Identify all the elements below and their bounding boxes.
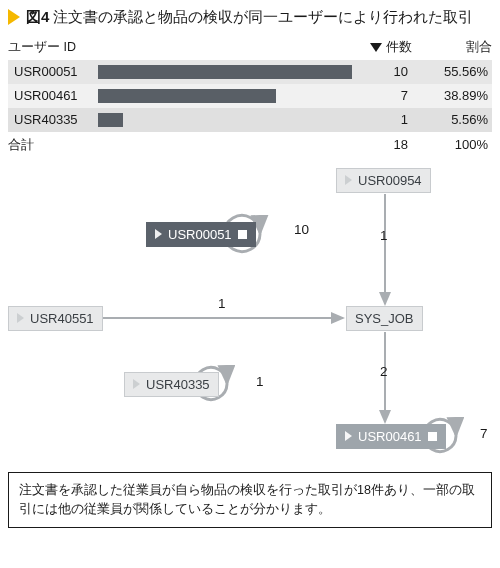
node-usr00954[interactable]: USR00954 — [336, 168, 431, 193]
node-usr40335[interactable]: USR40335 — [124, 372, 219, 397]
cell-ratio: 55.56% — [412, 64, 492, 79]
total-count: 18 — [352, 137, 412, 152]
cell-ratio: 38.89% — [412, 88, 492, 103]
edge-label: 2 — [380, 364, 388, 379]
cell-ratio: 5.56% — [412, 112, 492, 127]
cell-user: USR00051 — [8, 64, 98, 79]
stop-icon — [428, 432, 437, 441]
total-label: 合計 — [8, 136, 98, 154]
edge-label: 7 — [480, 426, 488, 441]
figure-footer-caption: 注文書を承認した従業員が自ら物品の検収を行った取引が18件あり、一部の取引には他… — [8, 472, 492, 529]
table-total-row: 合計 18 100% — [8, 132, 492, 154]
cell-count: 10 — [352, 64, 412, 79]
figure-title: 図4 注文書の承認と物品の検収が同一ユーザーにより行われた取引 — [8, 6, 492, 29]
bar — [98, 113, 123, 127]
node-label: SYS_JOB — [355, 311, 414, 326]
node-usr00051[interactable]: USR00051 — [146, 222, 256, 247]
edge-label: 1 — [218, 296, 226, 311]
col-count[interactable]: 件数 — [352, 39, 412, 56]
edge-label: 10 — [294, 222, 309, 237]
col-ratio[interactable]: 割合 — [412, 39, 492, 56]
node-label: USR00051 — [168, 227, 232, 242]
table-row: USR00461 7 38.89% — [8, 84, 492, 108]
figure-label: 図4 — [26, 8, 49, 25]
figure-marker-icon — [8, 9, 20, 25]
stop-icon — [238, 230, 247, 239]
total-ratio: 100% — [412, 137, 492, 152]
col-user[interactable]: ユーザー ID — [8, 39, 98, 56]
summary-table: ユーザー ID 件数 割合 USR00051 10 55.56% USR0046… — [8, 37, 492, 154]
play-icon — [345, 431, 352, 441]
node-usr00461[interactable]: USR00461 — [336, 424, 446, 449]
node-label: USR00461 — [358, 429, 422, 444]
node-usr40551[interactable]: USR40551 — [8, 306, 103, 331]
cell-count: 1 — [352, 112, 412, 127]
cell-user: USR00461 — [8, 88, 98, 103]
table-row: USR40335 1 5.56% — [8, 108, 492, 132]
table-row: USR00051 10 55.56% — [8, 60, 492, 84]
flow-diagram: USR00954 USR00051 USR40551 SYS_JOB USR40… — [8, 164, 492, 464]
cell-count: 7 — [352, 88, 412, 103]
bar — [98, 89, 276, 103]
sort-desc-icon — [370, 43, 382, 52]
edge-label: 1 — [380, 228, 388, 243]
play-icon — [133, 379, 140, 389]
node-label: USR40551 — [30, 311, 94, 326]
node-label: USR00954 — [358, 173, 422, 188]
cell-user: USR40335 — [8, 112, 98, 127]
figure-caption: 注文書の承認と物品の検収が同一ユーザーにより行われた取引 — [53, 8, 473, 25]
node-label: USR40335 — [146, 377, 210, 392]
play-icon — [345, 175, 352, 185]
node-sysjob[interactable]: SYS_JOB — [346, 306, 423, 331]
play-icon — [155, 229, 162, 239]
table-header: ユーザー ID 件数 割合 — [8, 37, 492, 60]
play-icon — [17, 313, 24, 323]
edge-label: 1 — [256, 374, 264, 389]
bar — [98, 65, 352, 79]
